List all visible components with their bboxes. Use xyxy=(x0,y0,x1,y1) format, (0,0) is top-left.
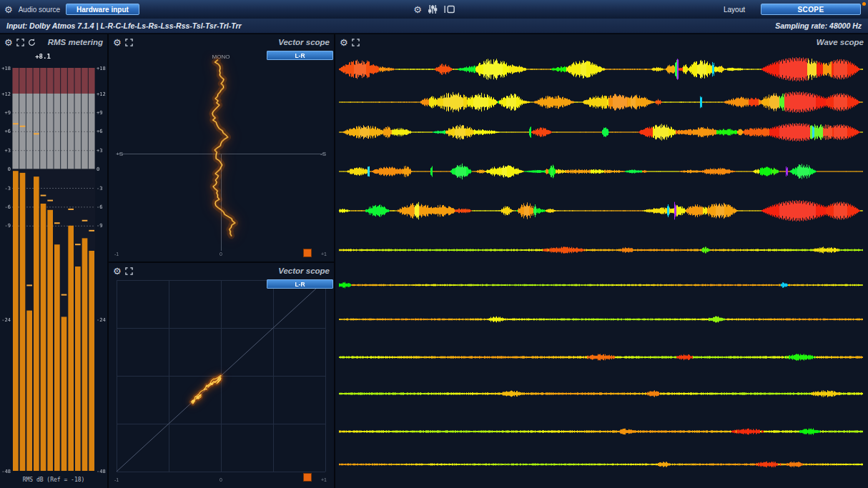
rms-reset-icon[interactable] xyxy=(28,39,36,46)
io-routing-icon[interactable] xyxy=(443,5,455,14)
vector-scope-bottom-panel: ⚙ Vector scope L-R xyxy=(109,263,334,488)
sliders-icon[interactable] xyxy=(428,4,438,14)
vector-top-mode-button[interactable]: L-R xyxy=(267,51,333,60)
rms-settings-gear-icon[interactable]: ⚙ xyxy=(4,38,13,47)
wave-panel-header: ⚙ Wave scope xyxy=(335,34,868,50)
scope-button[interactable]: SCOPE xyxy=(761,4,861,15)
sampling-rate-label: Sampling rate: 48000 Hz xyxy=(775,21,862,30)
vector-bottom-header: ⚙ Vector scope xyxy=(109,263,334,279)
vector-bottom-mode-button[interactable]: L-R xyxy=(267,279,333,289)
vector-bottom-title: Vector scope xyxy=(278,267,330,275)
input-format-label: Input: Dolby Atmos 7.1.4 | L-R-C-Lfe-Ls-… xyxy=(6,21,242,30)
vector-top-fullscreen-icon[interactable] xyxy=(125,39,133,46)
rms-metering-panel: ⚙ RMS metering RMS dB (Ref = -18) xyxy=(0,34,107,488)
toolbar-center-group: ⚙ xyxy=(413,0,455,19)
rms-meter-display xyxy=(0,50,107,474)
wave-scope-panel: ⚙ Wave scope xyxy=(335,34,868,488)
audio-source-label: Audio source xyxy=(19,6,60,14)
vector-scope-bottom-display xyxy=(109,279,334,488)
wave-fullscreen-icon[interactable] xyxy=(352,39,360,46)
info-bar: Input: Dolby Atmos 7.1.4 | L-R-C-Lfe-Ls-… xyxy=(0,19,868,34)
vector-scope-top-display xyxy=(109,50,334,262)
rms-panel-header: ⚙ RMS metering xyxy=(0,34,107,50)
settings-gear-icon[interactable]: ⚙ xyxy=(4,5,13,14)
rms-fullscreen-icon[interactable] xyxy=(16,39,24,46)
vector-top-title: Vector scope xyxy=(278,38,330,46)
global-settings-gear-icon[interactable]: ⚙ xyxy=(413,5,422,14)
toolbar-right-group: Layout SCOPE xyxy=(724,0,861,19)
rms-footer-label: RMS dB (Ref = -18) xyxy=(0,474,107,488)
top-toolbar: ⚙ Audio source Hardware input ⚙ Layout S… xyxy=(0,0,868,19)
wave-settings-gear-icon[interactable]: ⚙ xyxy=(340,38,348,47)
notification-dot xyxy=(862,2,866,6)
rms-panel-title: RMS metering xyxy=(48,38,103,46)
vector-bottom-settings-gear-icon[interactable]: ⚙ xyxy=(113,267,122,276)
vector-bottom-fullscreen-icon[interactable] xyxy=(125,267,133,275)
vector-top-header: ⚙ Vector scope xyxy=(109,34,334,50)
vector-scope-top-panel: ⚙ Vector scope L-R xyxy=(109,34,334,262)
toolbar-left-group: ⚙ Audio source Hardware input xyxy=(4,0,139,19)
layout-button[interactable]: Layout xyxy=(724,6,745,14)
wave-panel-title: Wave scope xyxy=(817,38,864,46)
wave-scope-display xyxy=(335,50,868,488)
hardware-input-button[interactable]: Hardware input xyxy=(66,4,139,15)
vector-top-settings-gear-icon[interactable]: ⚙ xyxy=(113,38,122,47)
